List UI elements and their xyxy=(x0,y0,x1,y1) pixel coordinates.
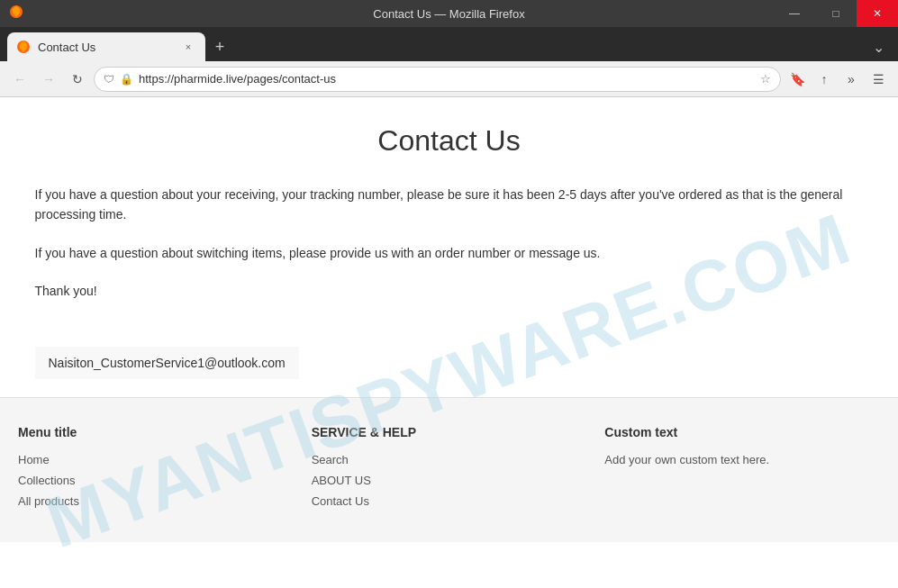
more-tools-button[interactable]: » xyxy=(839,67,864,92)
minimize-button[interactable]: — xyxy=(774,0,815,27)
firefox-logo xyxy=(9,5,23,23)
tab-overflow-button[interactable]: ⌄ xyxy=(866,34,891,59)
maximize-button[interactable]: □ xyxy=(815,0,857,27)
footer-link-search[interactable]: Search xyxy=(312,453,587,466)
email-address: Naisiton_CustomerService1@outlook.com xyxy=(49,356,286,370)
url-text: https://pharmide.live/pages/contact-us xyxy=(139,72,755,86)
bookmark-button[interactable]: 🔖 xyxy=(785,67,810,92)
share-button[interactable]: ↑ xyxy=(812,67,837,92)
bookmark-star-icon[interactable]: ☆ xyxy=(760,72,771,86)
tab-favicon xyxy=(16,40,31,54)
footer-col-service: SERVICE & HELP Search ABOUT US Contact U… xyxy=(312,425,587,515)
tab-close-button[interactable]: × xyxy=(180,39,196,55)
menu-button[interactable]: ☰ xyxy=(866,67,891,92)
footer-col1-title: Menu title xyxy=(18,425,294,439)
footer-link-home[interactable]: Home xyxy=(18,453,294,466)
tab-bar: Contact Us × + ⌄ xyxy=(0,27,898,61)
page-title: Contact Us xyxy=(35,124,864,158)
new-tab-button[interactable]: + xyxy=(207,34,232,59)
browser-chrome: Contact Us — Mozilla Firefox — □ ✕ Conta… xyxy=(0,0,898,97)
lock-icon: 🔒 xyxy=(120,73,133,86)
nav-right-icons: 🔖 ↑ » ☰ xyxy=(785,67,891,92)
main-content: Contact Us If you have a question about … xyxy=(17,97,882,397)
close-button[interactable]: ✕ xyxy=(857,0,898,27)
footer-link-collections[interactable]: Collections xyxy=(18,474,294,487)
email-section: Naisiton_CustomerService1@outlook.com xyxy=(35,347,299,379)
footer-col-custom: Custom text Add your own custom text her… xyxy=(604,425,880,515)
window-title: Contact Us — Mozilla Firefox xyxy=(373,7,524,21)
footer: Menu title Home Collections All products… xyxy=(0,397,898,542)
forward-button[interactable]: → xyxy=(36,67,61,92)
footer-grid: Menu title Home Collections All products… xyxy=(18,425,880,515)
url-prefix: https:// xyxy=(139,72,174,86)
footer-link-contact-us[interactable]: Contact Us xyxy=(312,494,587,508)
paragraph-thankyou: Thank you! xyxy=(35,281,864,301)
footer-link-all-products[interactable]: All products xyxy=(18,494,294,508)
footer-col2-title: SERVICE & HELP xyxy=(312,425,587,439)
nav-bar: ← → ↻ 🛡 🔒 https://pharmide.live/pages/co… xyxy=(0,61,898,97)
footer-col-menu: Menu title Home Collections All products xyxy=(18,425,294,515)
back-button[interactable]: ← xyxy=(7,67,32,92)
paragraph-switching: If you have a question about switching i… xyxy=(35,243,864,263)
footer-custom-text: Add your own custom text here. xyxy=(604,453,880,466)
title-bar: Contact Us — Mozilla Firefox — □ ✕ xyxy=(0,0,898,27)
window-controls: — □ ✕ xyxy=(774,0,898,27)
reload-button[interactable]: ↻ xyxy=(65,67,90,92)
tab-title: Contact Us xyxy=(38,41,173,54)
paragraph-tracking: If you have a question about your receiv… xyxy=(35,185,864,225)
url-domain: pharmide.live xyxy=(174,72,243,86)
page-content: MYANTISPYWARE.COM Contact Us If you have… xyxy=(0,97,898,588)
footer-col3-title: Custom text xyxy=(604,425,880,439)
url-bar[interactable]: 🛡 🔒 https://pharmide.live/pages/contact-… xyxy=(94,67,781,92)
active-tab[interactable]: Contact Us × xyxy=(7,32,205,61)
url-path: /pages/contact-us xyxy=(243,72,336,86)
shield-icon: 🛡 xyxy=(104,73,114,86)
footer-link-about-us[interactable]: ABOUT US xyxy=(312,474,587,487)
